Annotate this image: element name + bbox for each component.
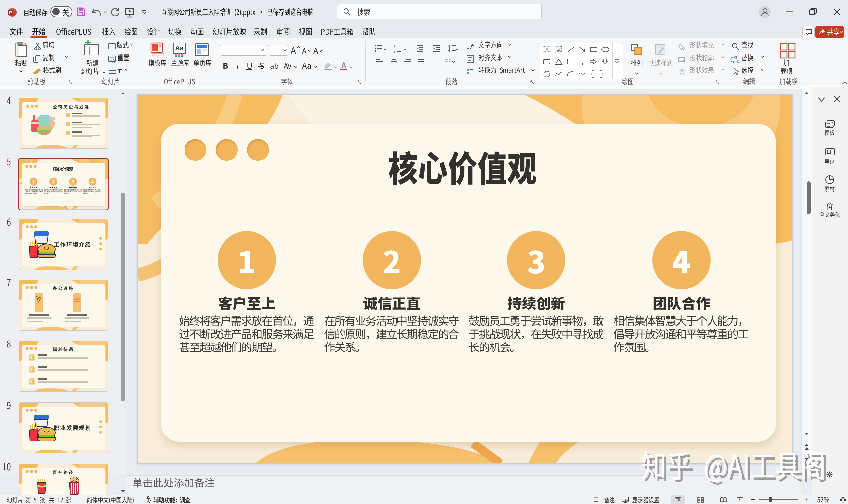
svg-text:c: c bbox=[737, 58, 739, 64]
svg-text:3: 3 bbox=[394, 50, 395, 53]
svg-text:Aa: Aa bbox=[175, 44, 184, 52]
svg-text:A: A bbox=[546, 47, 549, 52]
svg-text:P: P bbox=[8, 10, 12, 15]
